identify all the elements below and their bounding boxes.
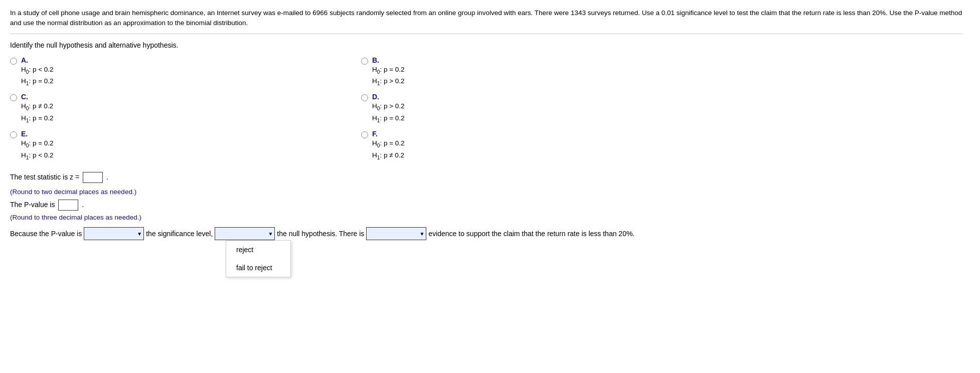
radio-e[interactable] xyxy=(10,131,17,138)
option-e-text: H0: p = 0.2 H1: p < 0.2 xyxy=(21,138,54,162)
significance-label: the significance level, xyxy=(146,230,213,238)
test-statistic-section: The test statistic is z = . xyxy=(10,172,970,183)
because-label: Because the P-value is xyxy=(10,230,82,238)
option-a: A. H0: p < 0.2 H1: p = 0.2 xyxy=(10,56,361,88)
menu-item-fail-to-reject[interactable]: fail to reject xyxy=(226,259,290,277)
evidence-label: evidence to support the claim that the r… xyxy=(428,230,634,238)
radio-b[interactable] xyxy=(361,58,368,65)
radio-d[interactable] xyxy=(361,94,368,101)
option-f-text: H0: p = 0.2 H1: p ≠ 0.2 xyxy=(372,138,405,162)
dropdown2-wrapper: reject fail to reject ▼ xyxy=(215,227,275,240)
option-a-text: H0: p < 0.2 H1: p = 0.2 xyxy=(21,64,54,88)
z-round-note: (Round to two decimal places as needed.) xyxy=(10,188,970,196)
dropdown2-select[interactable]: reject fail to reject xyxy=(215,227,275,240)
option-b: B. H0: p = 0.2 H1: p > 0.2 xyxy=(361,56,712,88)
period: . xyxy=(106,172,108,180)
dropdown1-wrapper: less than greater than equal to ▼ xyxy=(84,227,144,240)
option-d-text: H0: p > 0.2 H1: p = 0.2 xyxy=(372,101,405,125)
dropdown3-wrapper: sufficient insufficient ▼ xyxy=(366,227,426,240)
option-c-label: C. xyxy=(21,93,30,101)
option-b-text: H0: p = 0.2 H1: p > 0.2 xyxy=(372,64,405,88)
radio-c[interactable] xyxy=(10,94,17,101)
radio-a[interactable] xyxy=(10,58,17,65)
conclusion-section: Because the P-value is less than greater… xyxy=(10,227,970,240)
p-value-section: The P-value is . xyxy=(10,200,970,211)
option-a-label: A. xyxy=(21,56,30,64)
test-statistic-label: The test statistic is z = xyxy=(10,172,79,180)
option-c: C. H0: p ≠ 0.2 H1: p = 0.2 xyxy=(10,93,361,125)
p-value-input[interactable] xyxy=(58,200,78,211)
option-d-label: D. xyxy=(372,93,381,101)
option-f-label: F. xyxy=(372,130,380,138)
identify-label: Identify the null hypothesis and alterna… xyxy=(10,41,970,49)
p-round-note: (Round to three decimal places as needed… xyxy=(10,214,970,221)
dropdown3-select[interactable]: sufficient insufficient xyxy=(366,227,426,240)
radio-f[interactable] xyxy=(361,131,368,138)
menu-item-reject[interactable]: reject xyxy=(226,241,290,259)
z-value-input[interactable] xyxy=(83,172,103,183)
option-e-label: E. xyxy=(21,130,30,138)
option-d: D. H0: p > 0.2 H1: p = 0.2 xyxy=(361,93,712,125)
option-c-text: H0: p ≠ 0.2 H1: p = 0.2 xyxy=(21,101,54,125)
null-hypothesis-label: the null hypothesis. There is xyxy=(277,230,364,238)
p-value-label: The P-value is xyxy=(10,200,55,208)
option-e: E. H0: p = 0.2 H1: p < 0.2 xyxy=(10,130,361,162)
p-value-period: . xyxy=(82,200,84,208)
dropdown-open-menu: reject fail to reject xyxy=(226,240,291,277)
dropdown1-select[interactable]: less than greater than equal to xyxy=(84,227,144,240)
option-b-label: B. xyxy=(372,56,381,64)
options-grid: A. H0: p < 0.2 H1: p = 0.2 B. H0: p = 0.… xyxy=(10,56,712,162)
intro-paragraph: In a study of cell phone usage and brain… xyxy=(10,8,963,34)
option-f: F. H0: p = 0.2 H1: p ≠ 0.2 xyxy=(361,130,712,162)
